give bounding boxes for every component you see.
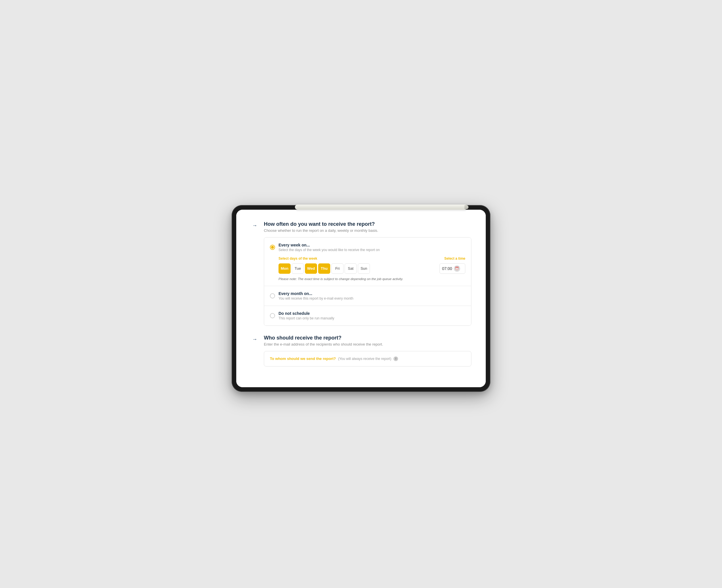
- section1-subtitle: Choose whether to run the report on a da…: [264, 228, 472, 233]
- weekly-card-text: Every week on... Select the days of the …: [279, 243, 380, 252]
- weekly-title: Every week on...: [279, 243, 380, 247]
- time-value: 07:00: [442, 266, 452, 271]
- days-label: Select days of the week: [279, 256, 317, 260]
- email-field-row: To whom should we send the report? (You …: [270, 356, 465, 361]
- section1-title: How often do you want to receive the rep…: [264, 221, 472, 227]
- apple-pencil: [295, 205, 467, 210]
- days-time-row: Mon Tue Wed Thu Fri Sat Sun: [279, 264, 465, 274]
- day-mon[interactable]: Mon: [279, 264, 290, 274]
- info-icon[interactable]: i: [394, 356, 398, 361]
- monthly-title: Every month on...: [279, 291, 353, 296]
- section1-body: How often do you want to receive the rep…: [264, 221, 472, 326]
- ipad-screen: → How often do you want to receive the r…: [236, 210, 486, 387]
- section2-title: Who should receive the report?: [264, 335, 472, 341]
- day-sat[interactable]: Sat: [345, 264, 357, 274]
- section1-arrow: →: [250, 222, 259, 230]
- weekly-radio[interactable]: [270, 245, 275, 250]
- ipad-frame: → How often do you want to receive the r…: [232, 205, 490, 392]
- frequency-section: → How often do you want to receive the r…: [250, 221, 472, 326]
- time-input-wrapper[interactable]: 07:00 ⏰: [439, 264, 465, 274]
- monthly-option-card[interactable]: Every month on... You will receive this …: [264, 286, 471, 306]
- recipients-section: → Who should receive the report? Enter t…: [250, 335, 472, 366]
- manual-radio[interactable]: [270, 313, 275, 318]
- screen-content: → How often do you want to receive the r…: [236, 210, 486, 387]
- day-tue[interactable]: Tue: [292, 264, 304, 274]
- day-thu[interactable]: Thu: [318, 264, 330, 274]
- email-card: To whom should we send the report? (You …: [264, 351, 472, 366]
- manual-option-card[interactable]: Do not schedule This report can only be …: [264, 306, 471, 326]
- monthly-radio[interactable]: [270, 293, 275, 298]
- manual-card-text: Do not schedule This report can only be …: [279, 311, 334, 320]
- time-note: Please note: The exact time is subject t…: [279, 277, 465, 281]
- schedule-options: Every week on... Select the days of the …: [264, 237, 472, 326]
- clock-icon: ⏰: [454, 266, 460, 272]
- days-group: Mon Tue Wed Thu Fri Sat Sun: [279, 264, 370, 274]
- day-selector-area: Select days of the week Select a time Mo…: [270, 256, 465, 281]
- manual-title: Do not schedule: [279, 311, 334, 316]
- section2-arrow: →: [250, 336, 259, 343]
- manual-card-header: Do not schedule This report can only be …: [270, 311, 465, 320]
- day-fri[interactable]: Fri: [332, 264, 343, 274]
- email-label: To whom should we send the report?: [270, 356, 336, 361]
- weekly-card-header: Every week on... Select the days of the …: [270, 243, 465, 252]
- selector-labels-row: Select days of the week Select a time: [279, 256, 465, 260]
- monthly-card-header: Every month on... You will receive this …: [270, 291, 465, 300]
- weekly-desc: Select the days of the week you would li…: [279, 248, 380, 252]
- time-label: Select a time: [444, 256, 465, 260]
- monthly-desc: You will receive this report by e-mail e…: [279, 296, 353, 300]
- weekly-option-card[interactable]: Every week on... Select the days of the …: [264, 237, 471, 286]
- section2-body: Who should receive the report? Enter the…: [264, 335, 472, 366]
- scene: → How often do you want to receive the r…: [232, 196, 490, 392]
- day-wed[interactable]: Wed: [305, 264, 317, 274]
- section2-subtitle: Enter the e-mail address of the recipien…: [264, 342, 472, 346]
- day-sun[interactable]: Sun: [358, 264, 370, 274]
- manual-desc: This report can only be run manually: [279, 316, 334, 320]
- email-note: (You will always receive the report): [338, 357, 391, 361]
- monthly-card-text: Every month on... You will receive this …: [279, 291, 353, 300]
